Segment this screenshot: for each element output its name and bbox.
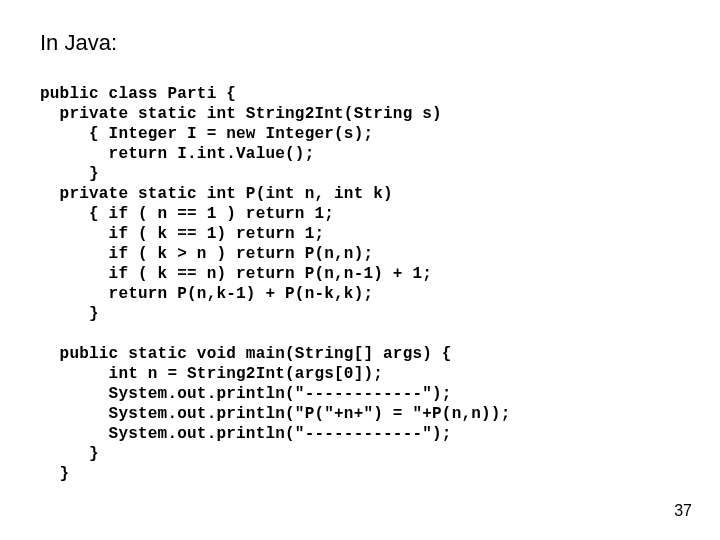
slide-content: In Java: public class Parti { private st… xyxy=(0,0,720,504)
code-block: public class Parti { private static int … xyxy=(40,84,680,484)
slide-heading: In Java: xyxy=(40,30,680,56)
page-number: 37 xyxy=(674,502,692,520)
